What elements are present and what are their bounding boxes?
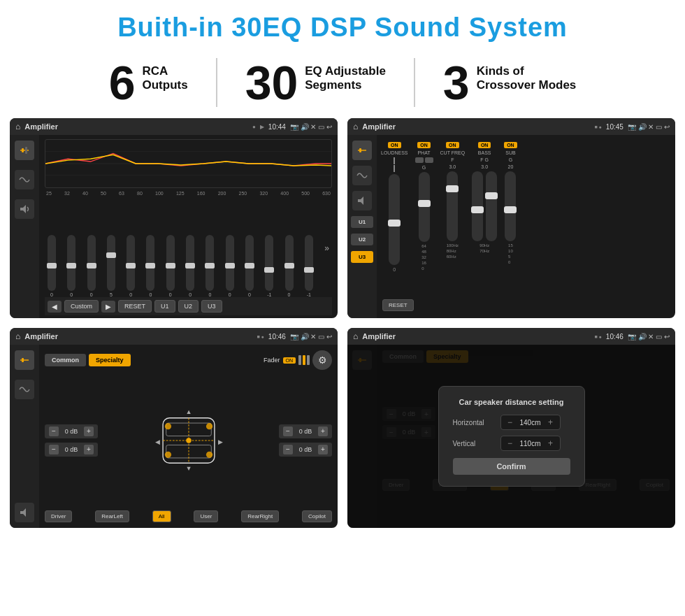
left-top-plus[interactable]: +: [84, 427, 94, 436]
svg-marker-12: [20, 508, 26, 517]
horizontal-plus-btn[interactable]: +: [546, 417, 556, 427]
volume-icon[interactable]: [15, 199, 34, 219]
vertical-plus-btn[interactable]: +: [546, 438, 556, 448]
wave-icon2[interactable]: [352, 166, 372, 185]
eq-next-btn[interactable]: ▶: [101, 301, 115, 313]
cutfreq-slider[interactable]: [447, 171, 458, 241]
cutfreq-control: ON CUT FREQ F 3.0 100Hz80Hz60Hz: [440, 142, 466, 291]
u3-preset[interactable]: U3: [351, 251, 373, 263]
sub-on[interactable]: ON: [504, 142, 517, 148]
screen1-play: ▶: [260, 124, 264, 130]
left-bottom-db: − 0 dB +: [45, 443, 98, 457]
eq-slider-13: -1: [305, 235, 313, 297]
svg-rect-1: [22, 148, 24, 152]
svg-rect-2: [25, 147, 27, 154]
svg-rect-11: [22, 358, 24, 362]
driver-btn[interactable]: Driver: [45, 510, 72, 522]
all-btn[interactable]: All: [152, 510, 171, 522]
u2-preset[interactable]: U2: [351, 234, 373, 245]
left-bottom-minus[interactable]: −: [49, 445, 59, 454]
home-icon4[interactable]: ⌂: [353, 331, 358, 341]
screen3-title: Amplifier: [24, 332, 252, 341]
right-bottom-minus[interactable]: −: [283, 445, 293, 454]
eq-u1-btn[interactable]: U1: [154, 300, 175, 313]
eq-reset-btn[interactable]: RESET: [118, 300, 152, 313]
vertical-row: Vertical − 110cm +: [453, 436, 570, 451]
left-bottom-plus[interactable]: +: [84, 445, 94, 454]
vertical-value: 110cm: [518, 440, 543, 447]
eq-custom-btn[interactable]: Custom: [64, 300, 99, 313]
cutfreq-on[interactable]: ON: [446, 142, 459, 148]
screen1-time: 10:44: [268, 123, 286, 131]
screen2-icons: 📷 🔊 ✕ ▭ ↩: [628, 123, 670, 131]
copilot-btn[interactable]: Copilot: [302, 510, 332, 522]
eq-slider-1: 0: [67, 235, 75, 297]
wave-icon3[interactable]: [15, 380, 34, 399]
screen1-topbar: ⌂ Amplifier ● ▶ 10:44 📷 🔊 ✕ ▭ ↩: [10, 118, 338, 135]
settings-icon[interactable]: ⚙: [312, 350, 332, 370]
eq-bottom-bar: ◀ Custom ▶ RESET U1 U2 U3: [45, 297, 332, 315]
amp-controls-area: ON LOUDNESS 0 ON PHAT: [380, 139, 672, 294]
specialty-tab[interactable]: Specialty: [89, 354, 131, 366]
eq-more: »: [324, 243, 329, 253]
right-top-minus[interactable]: −: [283, 427, 293, 436]
eq-u3-btn[interactable]: U3: [201, 300, 222, 313]
eq-slider-8: 0: [206, 235, 214, 297]
amp-reset-btn[interactable]: RESET: [382, 299, 414, 311]
sub-control: ON SUB G 20 151050: [504, 142, 517, 291]
page-title: Buith-in 30EQ DSP Sound System: [0, 0, 685, 51]
car-diagram: ▲ ▼ ◀ ▶: [102, 374, 275, 506]
user-btn[interactable]: User: [194, 510, 218, 522]
stat-eq-number: 30: [245, 59, 298, 106]
vertical-minus-btn[interactable]: −: [505, 438, 515, 448]
phat-on[interactable]: ON: [417, 142, 431, 148]
fader-label: Fader: [264, 357, 280, 364]
dialog-title: Car speaker distance setting: [453, 398, 570, 406]
home-icon2[interactable]: ⌂: [353, 122, 358, 131]
bass-slider-f[interactable]: [472, 171, 483, 241]
bass-on[interactable]: ON: [478, 142, 491, 148]
svg-text:◀: ◀: [155, 438, 160, 445]
volume-icon3[interactable]: [15, 503, 34, 522]
sub-slider[interactable]: [505, 171, 516, 241]
screen3-topbar: ⌂ Amplifier ■ ● 10:46 📷 🔊 ✕ ▭ ↩: [10, 328, 338, 345]
loudness-slider[interactable]: [389, 174, 400, 265]
common-tab[interactable]: Common: [45, 354, 86, 366]
eq-slider-2: 0: [87, 235, 96, 297]
eq-icon3[interactable]: [15, 350, 34, 370]
vertical-label: Vertical: [453, 440, 495, 447]
phat-label: PHAT: [417, 150, 430, 155]
horizontal-minus-btn[interactable]: −: [505, 417, 515, 427]
loudness-label: LOUDNESS: [381, 150, 408, 155]
confirm-button[interactable]: Confirm: [453, 458, 570, 475]
home-icon[interactable]: ⌂: [15, 122, 20, 131]
home-icon3[interactable]: ⌂: [15, 331, 20, 341]
left-top-minus[interactable]: −: [49, 427, 59, 436]
rearright-btn[interactable]: RearRight: [241, 510, 279, 522]
bass-slider-g[interactable]: [486, 171, 497, 241]
wave-icon[interactable]: [15, 170, 34, 189]
svg-point-20: [164, 451, 171, 457]
u1-preset[interactable]: U1: [351, 216, 373, 228]
screen-speaker-dialog: ⌂ Amplifier ■ ● 10:46 📷 🔊 ✕ ▭ ↩: [347, 328, 675, 528]
vertical-control: − 110cm +: [500, 436, 561, 451]
sub-label: SUB: [505, 150, 515, 155]
screen-amplifier: ⌂ Amplifier ■ ● 10:45 📷 🔊 ✕ ▭ ↩: [347, 118, 675, 318]
volume-icon2[interactable]: [352, 191, 372, 210]
phat-slider[interactable]: [419, 172, 430, 242]
eq-icon[interactable]: [15, 141, 34, 160]
eq-slider-4: 0: [127, 235, 135, 297]
screen2-topbar: ⌂ Amplifier ■ ● 10:45 📷 🔊 ✕ ▭ ↩: [347, 118, 675, 135]
right-bottom-plus[interactable]: +: [318, 445, 328, 454]
loudness-on[interactable]: ON: [388, 142, 401, 148]
stat-crossover-number: 3: [443, 59, 470, 106]
eq-icon2[interactable]: [352, 141, 372, 160]
screen3-icons: 📷 🔊 ✕ ▭ ↩: [290, 333, 332, 341]
eq-prev-btn[interactable]: ◀: [48, 301, 62, 313]
eq-u2-btn[interactable]: U2: [178, 300, 199, 313]
rearleft-btn[interactable]: RearLeft: [95, 510, 129, 522]
right-top-plus[interactable]: +: [318, 427, 328, 436]
screen1-sidebar: [10, 135, 39, 318]
fader-on-badge[interactable]: ON: [283, 357, 296, 364]
right-bottom-db: − 0 dB +: [279, 443, 332, 457]
